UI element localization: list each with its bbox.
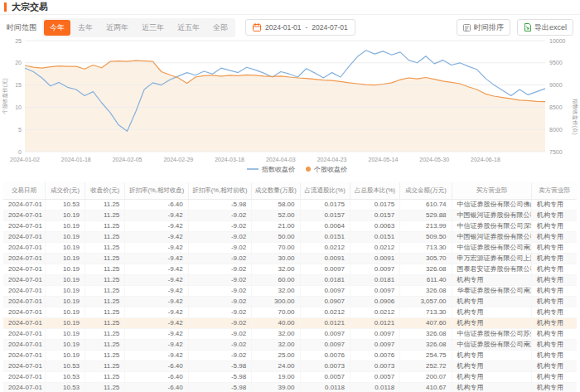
table-cell: 70.00 — [252, 307, 300, 317]
toolbar: 时间范围 今年 去年 近两年 近三年 近五年 全部 2024-01-01 - 2… — [0, 17, 580, 38]
table-cell: 2024-07-01 — [3, 210, 45, 220]
table-row[interactable]: 2024-07-0110.1911.25-9.42-9.02300.000.09… — [3, 296, 577, 307]
table-cell: 305.70 — [400, 253, 452, 264]
table-cell: 机构专用 — [532, 296, 577, 307]
tab-this-year[interactable]: 今年 — [44, 20, 70, 36]
table-cell: 10.19 — [45, 328, 85, 339]
table-row[interactable]: 2024-07-0110.1911.25-9.42-9.0221.000.006… — [3, 220, 577, 231]
table-cell: 机构专用 — [452, 296, 532, 307]
table-cell: 19.00 — [252, 371, 300, 382]
table-row[interactable]: 2024-07-0110.5311.25-6.40-5.9819.000.005… — [3, 371, 577, 382]
table-cell: 2024-07-01 — [3, 264, 45, 274]
table-row[interactable]: 2024-07-0110.1911.25-9.42-9.0232.000.009… — [3, 264, 577, 274]
table-cell: 10.19 — [45, 296, 85, 307]
table-row[interactable]: 2024-07-0110.1911.25-9.42-9.0270.000.021… — [3, 307, 577, 317]
table-cell: -9.42 — [125, 350, 188, 361]
table-cell: 252.72 — [400, 361, 452, 371]
table-cell: 2024-07-01 — [3, 242, 45, 253]
col-seller: 卖方营业部 — [532, 182, 577, 199]
table-row[interactable]: 2024-07-0110.5311.25-6.40-5.9858.000.017… — [3, 199, 577, 210]
table-cell: -9.02 — [188, 339, 251, 350]
table-cell: 10.53 — [45, 199, 85, 210]
table-cell: 326.08 — [400, 264, 452, 274]
legend-stock-label[interactable]: 个股收盘价 — [313, 166, 347, 173]
table-cell: 机构专用 — [532, 285, 577, 296]
legend-index-label[interactable]: 指数收盘价 — [261, 166, 295, 173]
date-range-picker[interactable]: 2024-01-01 - 2024-07-01 — [245, 19, 355, 36]
table-cell: 机构专用 — [532, 264, 577, 274]
table-row[interactable]: 2024-07-0110.5311.25-6.40-5.9839.000.011… — [3, 382, 577, 392]
table-cell: -9.02 — [188, 231, 251, 242]
tab-3-years[interactable]: 近三年 — [136, 20, 170, 36]
table-cell: 2024-07-01 — [3, 371, 45, 382]
table-cell: 200.07 — [400, 371, 452, 382]
table-cell: 3,057.00 — [400, 296, 452, 307]
time-sort-button[interactable]: 时间排序 — [457, 19, 510, 36]
table-cell: 39.00 — [252, 382, 300, 392]
table-cell: -9.42 — [125, 285, 188, 296]
tab-last-year[interactable]: 去年 — [72, 20, 99, 36]
x-axis-tick: 2024-02-29 — [163, 157, 193, 162]
left-axis-title: 个股收盘价(元) — [2, 78, 8, 114]
legend-stock-marker[interactable] — [306, 167, 311, 172]
table-cell: 2024-07-01 — [3, 382, 45, 392]
table-cell: -9.02 — [188, 242, 251, 253]
left-axis-tick: 25 — [15, 38, 22, 44]
table-row[interactable]: 2024-07-0110.1911.25-9.42-9.0270.000.021… — [3, 242, 577, 253]
left-axis-tick: 15 — [15, 82, 22, 88]
table-row[interactable]: 2024-07-0110.5311.25-6.40-5.9824.000.007… — [3, 361, 577, 371]
table-row[interactable]: 2024-07-0110.1911.25-9.42-9.0232.000.009… — [3, 339, 577, 350]
table-cell: 中信证券股份有限公司南京... — [452, 242, 532, 253]
price-chart[interactable]: 05101520257500800085009000950010000个股收盘价… — [0, 38, 580, 177]
table-row[interactable]: 2024-07-0110.1911.25-9.42-9.0232.000.009… — [3, 285, 577, 296]
table-cell: -5.98 — [188, 361, 251, 371]
table-cell: 10.19 — [45, 264, 85, 274]
table-row[interactable]: 2024-07-0110.1911.25-9.42-9.0260.000.018… — [3, 274, 577, 285]
left-axis-tick: 20 — [15, 60, 22, 65]
table-cell: -9.42 — [125, 220, 188, 231]
table-cell: 10.19 — [45, 317, 85, 328]
range-label: 时间范围 — [7, 22, 36, 33]
table-cell: -9.02 — [188, 253, 251, 264]
table-row[interactable]: 2024-07-0110.1911.25-9.42-9.0232.000.009… — [3, 328, 577, 339]
table-row[interactable]: 2024-07-0110.1911.25-9.42-9.0225.000.007… — [3, 350, 577, 361]
table-cell: 10.19 — [45, 285, 85, 296]
table-row[interactable]: 2024-07-0110.1911.25-9.42-9.0230.000.009… — [3, 253, 577, 264]
table-cell: 中信证券股份有限公司南京... — [452, 339, 532, 350]
table-cell: 10.19 — [45, 339, 85, 350]
table-cell: 11.25 — [85, 253, 125, 264]
stock-area — [25, 60, 545, 152]
col-deal-price: 成交价(元) — [45, 182, 85, 199]
table-cell: 58.00 — [252, 199, 300, 210]
x-axis-tick: 2024-05-14 — [368, 157, 398, 162]
col-amount: 成交金额(万元) — [400, 182, 452, 199]
table-header-row: 交易日期 成交价(元) 收盘价(元) 折扣率(%,相对收盘) 折扣率(%,相对前… — [3, 182, 577, 199]
table-cell: 0.0118 — [300, 382, 350, 392]
table-row[interactable]: 2024-07-0110.1911.25-9.42-9.0240.000.012… — [3, 317, 577, 328]
tab-2-years[interactable]: 近两年 — [100, 20, 134, 36]
table-cell: 25.00 — [252, 350, 300, 361]
table-cell: 407.60 — [400, 317, 452, 328]
table-cell: 2024-07-01 — [3, 339, 45, 350]
export-excel-button[interactable]: 导出excel — [517, 19, 573, 36]
table-cell: 0.0151 — [300, 231, 350, 242]
table-cell: 0.0097 — [300, 264, 350, 274]
table-cell: 11.25 — [85, 328, 125, 339]
table-row[interactable]: 2024-07-0110.1911.25-9.42-9.0252.000.015… — [3, 210, 577, 220]
table-cell: 10.19 — [45, 307, 85, 317]
table-cell: 713.30 — [400, 242, 452, 253]
table-row[interactable]: 2024-07-0110.1911.25-9.42-9.0250.000.015… — [3, 231, 577, 242]
table-cell: 32.00 — [252, 285, 300, 296]
table-cell: 0.0181 — [300, 274, 350, 285]
date-start: 2024-01-01 — [265, 23, 301, 31]
range-segmented-control: 今年 去年 近两年 近三年 近五年 全部 — [42, 18, 235, 37]
table-cell: -9.02 — [188, 274, 251, 285]
table-cell: 0.0175 — [350, 199, 399, 210]
col-close-price: 收盘价(元) — [85, 182, 125, 199]
tab-5-years[interactable]: 近五年 — [172, 20, 205, 36]
tab-all[interactable]: 全部 — [207, 20, 234, 36]
table-cell: 0.0073 — [300, 361, 350, 371]
table-cell: 11.25 — [85, 350, 125, 361]
table-cell: 2024-07-01 — [3, 296, 45, 307]
table-cell: -9.02 — [188, 264, 251, 274]
